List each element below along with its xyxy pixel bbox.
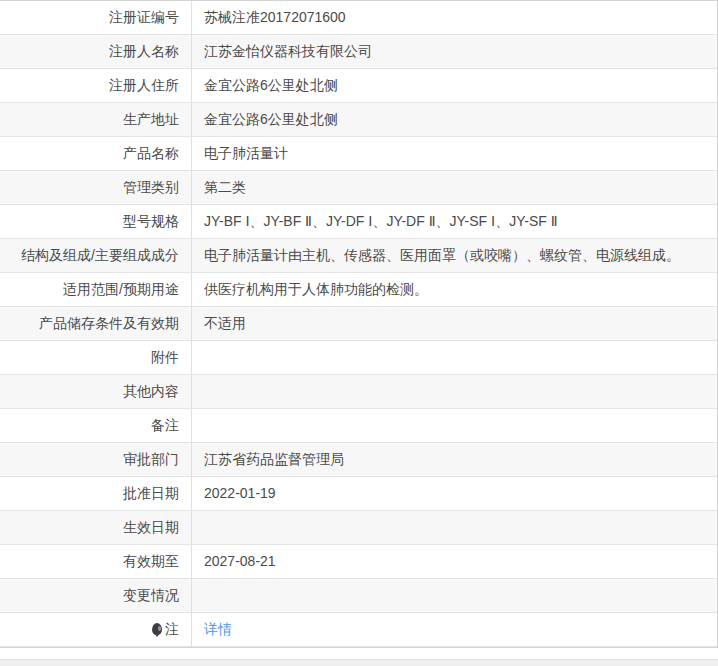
row-label-text: 注册证编号 bbox=[109, 9, 179, 25]
row-label-text: 有效期至 bbox=[123, 553, 179, 569]
table-row: 批准日期2022-01-19 bbox=[0, 477, 717, 511]
details-link[interactable]: 详情 bbox=[204, 621, 232, 637]
table-row: 备注 bbox=[0, 409, 717, 443]
registration-info-table: 注册证编号苏械注准20172071600注册人名称江苏金怡仪器科技有限公司注册人… bbox=[0, 0, 718, 648]
table-row: 管理类别第二类 bbox=[0, 171, 717, 205]
row-value: 江苏金怡仪器科技有限公司 bbox=[192, 35, 717, 68]
row-value: 金宜公路6公里处北侧 bbox=[192, 103, 717, 136]
row-value: 2027-08-21 bbox=[192, 545, 717, 578]
row-label-text: 审批部门 bbox=[123, 451, 179, 467]
row-value-text: 江苏金怡仪器科技有限公司 bbox=[204, 43, 372, 59]
row-label-text: 备注 bbox=[151, 417, 179, 433]
table-row: 注册证编号苏械注准20172071600 bbox=[0, 1, 717, 35]
row-label: 适用范围/预期用途 bbox=[0, 273, 192, 306]
table-row: 产品储存条件及有效期不适用 bbox=[0, 307, 717, 341]
row-value-text: 第二类 bbox=[204, 179, 246, 195]
row-value-text: 金宜公路6公里处北侧 bbox=[204, 111, 338, 127]
row-label: 备注 bbox=[0, 409, 192, 442]
row-label: 生效日期 bbox=[0, 511, 192, 544]
row-label: 型号规格 bbox=[0, 205, 192, 238]
row-label-text: 注 bbox=[165, 621, 179, 637]
row-label-text: 产品储存条件及有效期 bbox=[39, 315, 179, 331]
row-value bbox=[192, 511, 717, 544]
row-value bbox=[192, 579, 717, 612]
row-label-text: 附件 bbox=[151, 349, 179, 365]
row-label: 产品储存条件及有效期 bbox=[0, 307, 192, 340]
table-row: 生产地址金宜公路6公里处北侧 bbox=[0, 103, 717, 137]
row-value: 供医疗机构用于人体肺功能的检测。 bbox=[192, 273, 717, 306]
row-label-text: 其他内容 bbox=[123, 383, 179, 399]
row-label: 审批部门 bbox=[0, 443, 192, 476]
note-balloon-icon bbox=[152, 623, 162, 635]
row-label-text: 管理类别 bbox=[123, 179, 179, 195]
row-label: 注册证编号 bbox=[0, 1, 192, 34]
row-label: 变更情况 bbox=[0, 579, 192, 612]
row-label-text: 生产地址 bbox=[123, 111, 179, 127]
table-row: 生效日期 bbox=[0, 511, 717, 545]
row-label: 批准日期 bbox=[0, 477, 192, 510]
table-row: 注册人名称江苏金怡仪器科技有限公司 bbox=[0, 35, 717, 69]
row-label-text: 型号规格 bbox=[123, 213, 179, 229]
row-label-text: 批准日期 bbox=[123, 485, 179, 501]
row-value-text: JY-BF Ⅰ、JY-BF Ⅱ、JY-DF Ⅰ、JY-DF Ⅱ、JY-SF Ⅰ、… bbox=[204, 213, 558, 229]
table-row: 有效期至2027-08-21 bbox=[0, 545, 717, 579]
table-row: 适用范围/预期用途供医疗机构用于人体肺功能的检测。 bbox=[0, 273, 717, 307]
row-value-text: 江苏省药品监督管理局 bbox=[204, 451, 344, 467]
row-label: 结构及组成/主要组成成分 bbox=[0, 239, 192, 272]
row-value-text: 苏械注准20172071600 bbox=[204, 9, 346, 25]
row-value: 2022-01-19 bbox=[192, 477, 717, 510]
row-value: 电子肺活量计由主机、传感器、医用面罩（或咬嘴）、螺纹管、电源线组成。 bbox=[192, 239, 717, 272]
row-value: JY-BF Ⅰ、JY-BF Ⅱ、JY-DF Ⅰ、JY-DF Ⅱ、JY-SF Ⅰ、… bbox=[192, 205, 717, 238]
table-row: 其他内容 bbox=[0, 375, 717, 409]
footer-bar bbox=[0, 659, 718, 666]
row-value: 金宜公路6公里处北侧 bbox=[192, 69, 717, 102]
row-label-text: 产品名称 bbox=[123, 145, 179, 161]
row-value-text: 金宜公路6公里处北侧 bbox=[204, 77, 338, 93]
row-label-text: 结构及组成/主要组成成分 bbox=[21, 247, 179, 263]
row-label: 注册人名称 bbox=[0, 35, 192, 68]
row-value: 电子肺活量计 bbox=[192, 137, 717, 170]
bottom-spacer bbox=[0, 648, 718, 659]
row-label: 有效期至 bbox=[0, 545, 192, 578]
row-value bbox=[192, 375, 717, 408]
table-row: 产品名称电子肺活量计 bbox=[0, 137, 717, 171]
row-value: 苏械注准20172071600 bbox=[192, 1, 717, 34]
row-label-text: 注册人名称 bbox=[109, 43, 179, 59]
table-row: 附件 bbox=[0, 341, 717, 375]
row-label: 其他内容 bbox=[0, 375, 192, 408]
row-label: 附件 bbox=[0, 341, 192, 374]
row-value bbox=[192, 341, 717, 374]
row-label: 注 bbox=[0, 613, 192, 646]
table-row: 结构及组成/主要组成成分电子肺活量计由主机、传感器、医用面罩（或咬嘴）、螺纹管、… bbox=[0, 239, 717, 273]
table-row: 变更情况 bbox=[0, 579, 717, 613]
row-label: 注册人住所 bbox=[0, 69, 192, 102]
row-value-text: 2027-08-21 bbox=[204, 553, 276, 569]
row-value bbox=[192, 409, 717, 442]
row-value: 详情 bbox=[192, 613, 717, 646]
row-label: 生产地址 bbox=[0, 103, 192, 136]
row-value: 不适用 bbox=[192, 307, 717, 340]
row-value-text: 供医疗机构用于人体肺功能的检测。 bbox=[204, 281, 428, 297]
row-label: 产品名称 bbox=[0, 137, 192, 170]
row-label-text: 适用范围/预期用途 bbox=[63, 281, 179, 297]
row-value-text: 不适用 bbox=[204, 315, 246, 331]
table-row: 注册人住所金宜公路6公里处北侧 bbox=[0, 69, 717, 103]
row-value: 江苏省药品监督管理局 bbox=[192, 443, 717, 476]
table-row: 型号规格JY-BF Ⅰ、JY-BF Ⅱ、JY-DF Ⅰ、JY-DF Ⅱ、JY-S… bbox=[0, 205, 717, 239]
row-label-text: 变更情况 bbox=[123, 587, 179, 603]
registration-detail-page: 注册证编号苏械注准20172071600注册人名称江苏金怡仪器科技有限公司注册人… bbox=[0, 0, 718, 666]
row-label-text: 生效日期 bbox=[123, 519, 179, 535]
row-value: 第二类 bbox=[192, 171, 717, 204]
row-value-text: 电子肺活量计 bbox=[204, 145, 288, 161]
table-row: 审批部门江苏省药品监督管理局 bbox=[0, 443, 717, 477]
row-label: 管理类别 bbox=[0, 171, 192, 204]
row-value-text: 2022-01-19 bbox=[204, 485, 276, 501]
table-row: 注详情 bbox=[0, 613, 717, 647]
row-value-text: 电子肺活量计由主机、传感器、医用面罩（或咬嘴）、螺纹管、电源线组成。 bbox=[204, 247, 680, 263]
row-label-text: 注册人住所 bbox=[109, 77, 179, 93]
